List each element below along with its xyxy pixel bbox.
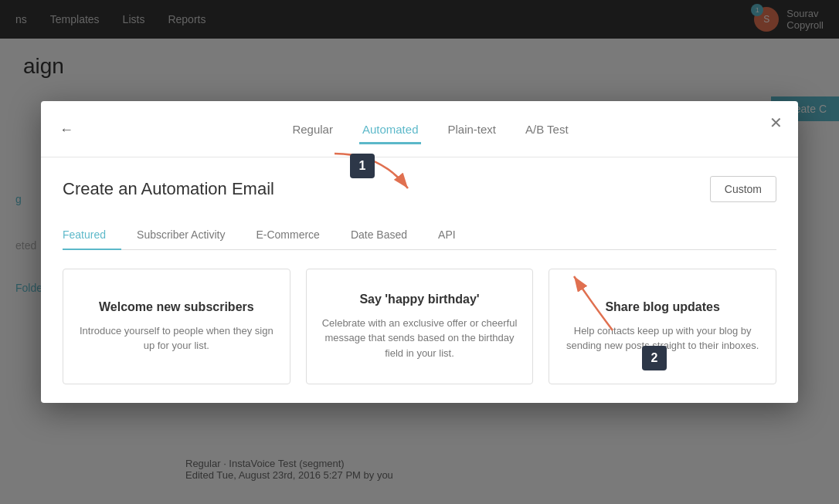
card-birthday[interactable]: Say 'happy birthday' Celebrate with an e… [306,269,534,385]
back-button[interactable]: ← [59,122,73,138]
modal: 1 ← Regular Automated Plain-text A/B Tes… [41,101,798,404]
card-birthday-title: Say 'happy birthday' [359,293,479,306]
modal-header: ← Regular Automated Plain-text A/B Test … [41,101,798,157]
modal-nav-top: ← Regular Automated Plain-text A/B Test … [59,117,780,144]
tab-automated[interactable]: Automated [359,117,422,144]
annotation-arrow-2 [551,261,644,341]
cards-grid: Welcome new subscribers Introduce yourse… [63,269,776,385]
sub-tab-api[interactable]: API [423,221,471,250]
badge-2: 2 [642,346,667,370]
sub-tab-date-based[interactable]: Date Based [335,221,423,250]
sub-tab-subscriber[interactable]: Subscriber Activity [121,221,240,250]
tab-plain-text[interactable]: Plain-text [444,117,499,144]
badge-1: 1 [350,154,375,178]
tab-ab-test[interactable]: A/B Test [522,117,572,144]
card-welcome-title: Welcome new subscribers [99,300,254,314]
card-welcome[interactable]: Welcome new subscribers Introduce yourse… [63,269,290,385]
card-birthday-desc: Celebrate with an exclusive offer or che… [322,316,518,361]
close-button[interactable]: ✕ [769,115,783,130]
modal-overlay: 1 ← Regular Automated Plain-text A/B Tes… [0,0,839,504]
sub-tabs: Featured Subscriber Activity E-Commerce … [63,221,776,250]
tab-regular[interactable]: Regular [289,117,336,144]
sub-tab-featured[interactable]: Featured [63,221,121,250]
card-welcome-desc: Introduce yourself to people when they s… [79,323,274,353]
modal-tabs: Regular Automated Plain-text A/B Test [81,117,780,144]
modal-title: Create an Automation Email [63,179,274,199]
custom-button[interactable]: Custom [710,176,776,202]
sub-tab-ecommerce[interactable]: E-Commerce [240,221,335,250]
